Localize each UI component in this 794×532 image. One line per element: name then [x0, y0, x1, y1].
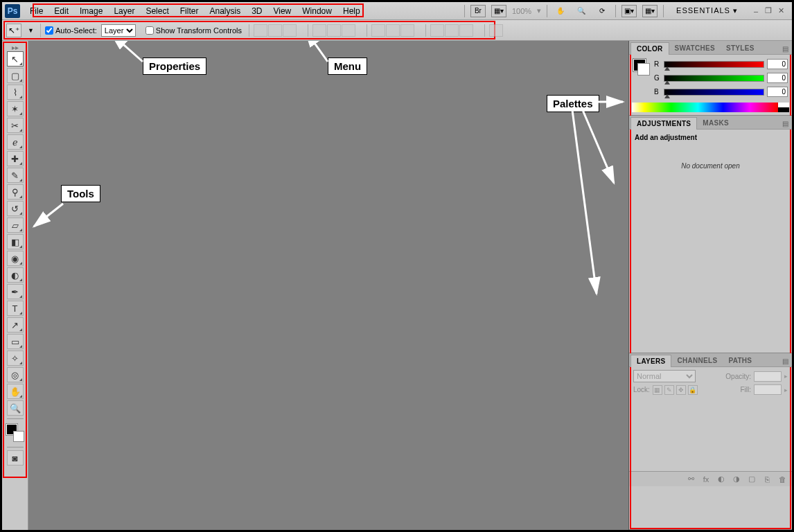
hand-icon[interactable]: ✋	[553, 5, 568, 17]
tab-paths[interactable]: PATHS	[723, 355, 757, 366]
zoom-tool[interactable]: 🔍	[7, 400, 24, 416]
layer-mask-icon[interactable]: ◐	[716, 475, 727, 484]
distribute-right-icon[interactable]	[459, 24, 473, 37]
tool-preset-dropdown[interactable]: ▼	[26, 27, 36, 34]
gradient-tool[interactable]: ◧	[7, 234, 24, 249]
g-slider[interactable]	[664, 75, 764, 82]
b-value[interactable]: 0	[767, 87, 788, 97]
screen-mode-button[interactable]: ▣▾	[621, 5, 637, 17]
menu-3d[interactable]: 3D	[246, 5, 267, 17]
distribute-vcenter-icon[interactable]	[386, 24, 400, 37]
menu-layer[interactable]: Layer	[108, 5, 140, 17]
3d-tool[interactable]: ✧	[7, 351, 24, 366]
lasso-tool[interactable]: ⌇	[7, 85, 24, 100]
menu-window[interactable]: Window	[297, 5, 337, 17]
tab-channels[interactable]: CHANNELS	[671, 355, 723, 366]
dodge-tool[interactable]: ◐	[7, 267, 24, 283]
zoom-level[interactable]: 100%	[512, 7, 531, 15]
blend-mode-dropdown[interactable]: Normal	[633, 370, 696, 382]
menu-file[interactable]: File	[24, 5, 48, 17]
align-bottom-icon[interactable]	[283, 24, 297, 37]
panel-menu-icon[interactable]: ▤	[779, 118, 792, 129]
menu-analysis[interactable]: Analysis	[204, 5, 246, 17]
tab-masks[interactable]: MASKS	[697, 117, 734, 129]
menu-filter[interactable]: Filter	[175, 5, 204, 17]
show-transform-input[interactable]	[145, 26, 154, 35]
r-slider[interactable]	[664, 61, 764, 68]
lock-paint-icon[interactable]: ✎	[664, 385, 674, 395]
g-value[interactable]: 0	[767, 73, 788, 83]
b-slider[interactable]	[664, 89, 764, 96]
link-layers-icon[interactable]: ⚯	[685, 475, 696, 484]
shape-tool[interactable]: ▭	[7, 334, 24, 349]
distribute-bottom-icon[interactable]	[400, 24, 414, 37]
move-tool-icon[interactable]: ↖⁺	[6, 24, 21, 37]
3d-camera-tool[interactable]: ◎	[7, 367, 24, 382]
menu-edit[interactable]: Edit	[48, 5, 74, 17]
tools-grip-icon[interactable]: ▸▸	[7, 44, 24, 51]
move-tool[interactable]: ↖	[7, 51, 24, 66]
rotate-icon[interactable]: ⟳	[594, 5, 610, 17]
menu-select[interactable]: Select	[140, 5, 174, 17]
auto-select-checkbox[interactable]: Auto-Select:	[45, 26, 97, 35]
eraser-tool[interactable]: ▱	[7, 218, 24, 233]
view-extras-button[interactable]: ▦▾	[642, 5, 658, 17]
quick-select-tool[interactable]: ✶	[7, 101, 24, 116]
lock-transparent-icon[interactable]: ▦	[653, 385, 662, 395]
align-right-icon[interactable]	[342, 24, 355, 37]
brush-tool[interactable]: ✎	[7, 168, 24, 183]
window-restore-icon[interactable]: ❐	[763, 6, 774, 16]
color-swatch-pair[interactable]	[633, 59, 650, 76]
align-vcenter-icon[interactable]	[268, 24, 282, 37]
zoom-icon[interactable]: 🔍	[574, 5, 589, 17]
color-spectrum[interactable]	[632, 103, 789, 112]
crop-tool[interactable]: ✂	[7, 118, 24, 133]
lock-position-icon[interactable]: ✥	[676, 385, 686, 395]
stamp-tool[interactable]: ⚲	[7, 184, 24, 200]
marquee-tool[interactable]: ▢	[7, 68, 24, 83]
healing-tool[interactable]: ✚	[7, 151, 24, 166]
auto-align-icon[interactable]	[489, 24, 503, 37]
window-close-icon[interactable]: ✕	[775, 6, 786, 16]
menu-help[interactable]: Help	[337, 5, 366, 17]
new-layer-icon[interactable]: ⎘	[761, 475, 773, 484]
bridge-button[interactable]: Br	[470, 5, 486, 17]
show-transform-checkbox[interactable]: Show Transform Controls	[145, 26, 242, 35]
type-tool[interactable]: T	[7, 301, 24, 316]
hand-tool[interactable]: ✋	[7, 384, 24, 399]
tab-color[interactable]: COLOR	[630, 42, 669, 55]
panel-menu-icon[interactable]: ▤	[779, 44, 792, 54]
align-left-icon[interactable]	[312, 24, 326, 37]
menu-view[interactable]: View	[267, 5, 297, 17]
tab-layers[interactable]: LAYERS	[630, 355, 671, 367]
blur-tool[interactable]: ◉	[7, 251, 24, 266]
align-hcenter-icon[interactable]	[327, 24, 341, 37]
panel-menu-icon[interactable]: ▤	[779, 356, 792, 366]
eyedropper-tool[interactable]: ℯ	[7, 134, 24, 150]
workspace-switcher[interactable]: ESSENTIALS ▾	[669, 5, 745, 17]
arrange-button[interactable]: ▦▾	[491, 5, 506, 17]
color-swatches-tool[interactable]	[6, 424, 24, 442]
background-swatch[interactable]	[13, 431, 24, 442]
r-value[interactable]: 0	[767, 59, 788, 69]
layer-style-icon[interactable]: fx	[700, 475, 712, 484]
auto-select-dropdown[interactable]: Layer	[101, 24, 136, 37]
path-select-tool[interactable]: ↗	[7, 317, 24, 332]
tab-swatches[interactable]: SWATCHES	[669, 42, 721, 54]
window-minimize-icon[interactable]: –	[750, 6, 761, 16]
tab-styles[interactable]: STYLES	[721, 42, 760, 54]
auto-select-input[interactable]	[45, 26, 53, 35]
tab-adjustments[interactable]: ADJUSTMENTS	[630, 117, 697, 130]
distribute-left-icon[interactable]	[430, 24, 444, 37]
quick-mask-tool[interactable]: ◙	[7, 450, 24, 466]
lock-all-icon[interactable]: 🔒	[688, 385, 698, 395]
distribute-top-icon[interactable]	[371, 24, 385, 37]
delete-layer-icon[interactable]: 🗑	[777, 475, 788, 484]
history-brush-tool[interactable]: ↺	[7, 201, 24, 216]
opacity-field[interactable]	[754, 371, 782, 382]
align-top-icon[interactable]	[254, 24, 267, 37]
menu-image[interactable]: Image	[74, 5, 108, 17]
group-icon[interactable]: ▢	[746, 475, 757, 484]
fill-field[interactable]	[754, 384, 782, 395]
distribute-hcenter-icon[interactable]	[445, 24, 459, 37]
